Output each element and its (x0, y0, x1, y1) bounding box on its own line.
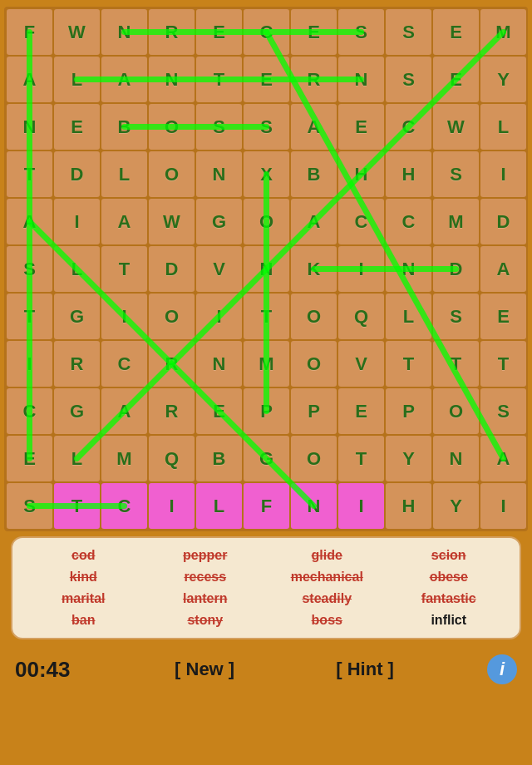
grid-cell[interactable]: S (480, 388, 526, 434)
grid-cell[interactable]: Y (433, 483, 479, 529)
grid-cell[interactable]: E (54, 104, 100, 150)
grid-cell[interactable]: V (338, 341, 384, 387)
grid-cell[interactable]: L (101, 151, 147, 197)
grid-cell[interactable]: A (480, 246, 526, 292)
grid-cell[interactable]: I (338, 246, 384, 292)
grid-cell[interactable]: R (149, 9, 195, 55)
grid-cell[interactable]: H (338, 151, 384, 197)
grid-cell[interactable]: E (7, 436, 52, 481)
grid-cell[interactable]: F (7, 9, 52, 55)
grid-cell[interactable]: H (386, 151, 431, 197)
grid-cell[interactable]: A (101, 57, 147, 102)
grid-cell[interactable]: N (386, 246, 431, 292)
grid-cell[interactable]: Q (338, 294, 384, 339)
grid-cell[interactable]: C (101, 341, 147, 387)
grid-cell[interactable]: S (7, 483, 52, 529)
grid-cell[interactable]: I (196, 294, 242, 339)
grid-cell[interactable]: D (149, 246, 195, 292)
grid-cell[interactable]: P (244, 388, 289, 434)
grid-cell[interactable]: B (101, 104, 147, 150)
grid-cell[interactable]: T (7, 151, 52, 197)
info-button[interactable]: i (487, 654, 517, 684)
grid-cell[interactable]: T (338, 436, 384, 481)
grid-cell[interactable]: C (338, 199, 384, 244)
grid-cell[interactable]: P (291, 388, 337, 434)
grid-cell[interactable]: M (433, 199, 479, 244)
grid-cell[interactable]: A (101, 199, 147, 244)
grid-cell[interactable]: R (149, 388, 195, 434)
grid-cell[interactable]: D (480, 199, 526, 244)
grid-cell[interactable]: G (54, 294, 100, 339)
grid-cell[interactable]: A (291, 199, 337, 244)
grid-cell[interactable]: A (7, 57, 52, 102)
grid-cell[interactable]: R (291, 57, 337, 102)
grid-cell[interactable]: O (291, 341, 337, 387)
grid-cell[interactable]: E (196, 9, 242, 55)
grid-cell[interactable]: C (101, 483, 147, 529)
grid-cell[interactable]: L (54, 436, 100, 481)
grid-cell[interactable]: W (149, 199, 195, 244)
grid-cell[interactable]: L (196, 483, 242, 529)
grid-cell[interactable]: N (196, 341, 242, 387)
grid-cell[interactable]: I (338, 483, 384, 529)
grid-cell[interactable]: S (338, 9, 384, 55)
grid-cell[interactable]: S (7, 246, 52, 292)
grid-cell[interactable]: T (54, 483, 100, 529)
grid-cell[interactable]: N (196, 151, 242, 197)
grid-cell[interactable]: E (291, 9, 337, 55)
grid-cell[interactable]: Y (386, 436, 431, 481)
grid-cell[interactable]: L (54, 57, 100, 102)
grid-cell[interactable]: T (386, 341, 431, 387)
grid-cell[interactable]: T (480, 341, 526, 387)
grid-cell[interactable]: D (54, 151, 100, 197)
grid-cell[interactable]: M (480, 9, 526, 55)
word-search-grid[interactable]: FWNRECESSEMALANTERNSEYNEBOSSAECWLTDLONXB… (4, 7, 528, 531)
grid-cell[interactable]: W (54, 9, 100, 55)
grid-cell[interactable]: V (196, 246, 242, 292)
grid-cell[interactable]: L (54, 246, 100, 292)
grid-cell[interactable]: T (101, 246, 147, 292)
grid-cell[interactable]: I (54, 199, 100, 244)
grid-cell[interactable]: N (7, 104, 52, 150)
grid-cell[interactable]: T (433, 341, 479, 387)
grid-cell[interactable]: E (480, 294, 526, 339)
grid-cell[interactable]: P (386, 388, 431, 434)
grid-cell[interactable]: T (244, 294, 289, 339)
grid-cell[interactable]: E (338, 104, 384, 150)
grid-cell[interactable]: G (196, 199, 242, 244)
grid-cell[interactable]: C (386, 104, 431, 150)
grid-cell[interactable]: O (433, 388, 479, 434)
grid-cell[interactable]: O (149, 104, 195, 150)
grid-cell[interactable]: O (244, 199, 289, 244)
grid-cell[interactable]: S (244, 104, 289, 150)
grid-cell[interactable]: N (433, 436, 479, 481)
grid-cell[interactable]: I (149, 483, 195, 529)
grid-cell[interactable]: S (386, 57, 431, 102)
grid-cell[interactable]: A (101, 388, 147, 434)
grid-cell[interactable]: A (480, 436, 526, 481)
grid-cell[interactable]: C (244, 9, 289, 55)
grid-cell[interactable]: T (7, 294, 52, 339)
grid-cell[interactable]: D (433, 246, 479, 292)
grid-cell[interactable]: N (149, 57, 195, 102)
grid-cell[interactable]: R (149, 341, 195, 387)
grid-cell[interactable]: H (386, 483, 431, 529)
grid-cell[interactable]: C (7, 388, 52, 434)
grid-cell[interactable]: R (54, 341, 100, 387)
grid-cell[interactable]: F (244, 483, 289, 529)
grid-cell[interactable]: G (244, 436, 289, 481)
grid-cell[interactable]: S (433, 294, 479, 339)
grid-cell[interactable]: O (149, 151, 195, 197)
grid-cell[interactable]: A (291, 104, 337, 150)
grid-cell[interactable]: E (244, 57, 289, 102)
grid-cell[interactable]: I (7, 341, 52, 387)
grid-cell[interactable]: C (386, 199, 431, 244)
grid-cell[interactable]: S (433, 151, 479, 197)
grid-cell[interactable]: T (196, 57, 242, 102)
grid-cell[interactable]: B (291, 151, 337, 197)
grid-cell[interactable]: N (101, 9, 147, 55)
grid-cell[interactable]: I (101, 294, 147, 339)
grid-cell[interactable]: O (291, 294, 337, 339)
grid-cell[interactable]: E (338, 388, 384, 434)
grid-cell[interactable]: I (480, 483, 526, 529)
